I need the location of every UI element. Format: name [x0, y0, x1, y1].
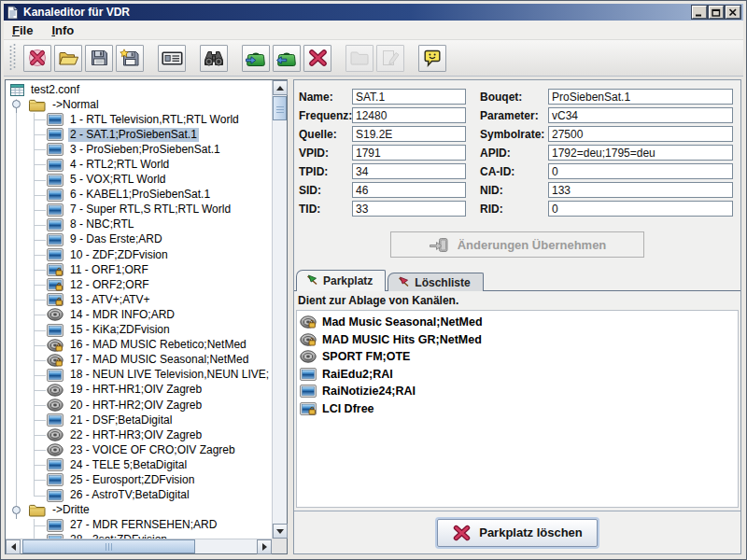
tree-item[interactable]: 14 - MDR INFO;ARD: [6, 307, 272, 322]
parkplatz-item[interactable]: Mad Music Seasonal;NetMed: [300, 314, 738, 331]
tree-item[interactable]: 20 - HRT-HR2;OIV Zagreb: [6, 398, 272, 413]
tree-item[interactable]: 4 - RTL2;RTL World: [6, 157, 272, 172]
scroll-up-button[interactable]: [273, 80, 288, 95]
menu-file[interactable]: File: [12, 23, 33, 37]
tree-item[interactable]: 16 - MAD MUSIC Rebetico;NetMed: [6, 338, 272, 353]
folder-icon: [28, 503, 46, 517]
vertical-scroll-thumb[interactable]: [273, 96, 287, 120]
horizontal-scroll-thumb[interactable]: [22, 539, 195, 553]
scroll-right-button[interactable]: [257, 539, 272, 554]
delete-x-icon: [307, 49, 329, 67]
close-button[interactable]: [726, 6, 740, 19]
tree-item[interactable]: 11 - ORF1;ORF: [6, 262, 272, 277]
tree-item[interactable]: 26 - AstroTV;BetaDigital: [6, 488, 272, 503]
tree-item[interactable]: 3 - ProSieben;ProSiebenSat.1: [6, 142, 272, 157]
scroll-down-button[interactable]: [273, 524, 288, 539]
tree-item[interactable]: 18 - NEUN LIVE Television,NEUN LIVE;: [6, 368, 272, 383]
tid-field[interactable]: [352, 201, 466, 217]
save-as-button[interactable]: [116, 45, 144, 72]
close-file-button[interactable]: [23, 45, 51, 72]
tree-item[interactable]: 17 - MAD MUSIC Seasonal;NetMed: [6, 353, 272, 368]
about-smiley-button[interactable]: [418, 45, 446, 72]
parameter-field[interactable]: [548, 107, 733, 123]
tree-expander-icon[interactable]: [12, 100, 21, 108]
tab[interactable]: Löschliste: [388, 273, 483, 291]
radio-icon: [47, 308, 63, 321]
parkplatz-item[interactable]: RaiNotizie24;RAI: [300, 383, 738, 400]
tree-item[interactable]: ->Dritte: [6, 503, 272, 518]
edit-icon: [381, 49, 401, 67]
tree-item[interactable]: 6 - KABEL1;ProSiebenSat.1: [6, 188, 272, 203]
tree-item[interactable]: 25 - Eurosport;ZDFvision: [6, 472, 272, 487]
edit-button[interactable]: [376, 45, 404, 72]
delete-parkplatz-button[interactable]: Parkplatz löschen: [437, 519, 598, 547]
tree-item[interactable]: 13 - ATV+;ATV+: [6, 292, 272, 307]
scroll-left-button[interactable]: [6, 539, 21, 554]
frequenz-label: Frequenz:: [299, 109, 352, 122]
titlebar: Kanaleditor für VDR: [4, 4, 743, 21]
open-folder-icon: [58, 49, 79, 67]
tree-item-label: 19 - HRT-HR1;OIV Zagreb: [68, 383, 204, 397]
open-folder-button[interactable]: [54, 45, 82, 72]
tree-item[interactable]: 27 - MDR FERNSEHEN;ARD: [6, 518, 272, 533]
caid-field[interactable]: [548, 163, 733, 179]
tree-expander-icon[interactable]: [12, 506, 21, 514]
symbolrate-field[interactable]: [548, 126, 733, 142]
bouqet-field[interactable]: [548, 89, 733, 105]
toolbar: [4, 40, 743, 77]
tree-root[interactable]: test2.conf: [6, 82, 272, 97]
vpid-field[interactable]: [352, 145, 466, 161]
parkplatz-item[interactable]: MAD MUSIC Hits GR;NetMed: [300, 331, 738, 349]
rid-field[interactable]: [548, 201, 733, 217]
tree-item[interactable]: 23 - VOICE OF CRO;OIV Zagreb: [6, 442, 272, 457]
tree-item[interactable]: 8 - NBC;RTL: [6, 217, 272, 232]
parkplatz-item[interactable]: LCI Dfree: [300, 400, 738, 418]
search-binoculars-button[interactable]: [200, 45, 228, 72]
save-button[interactable]: [85, 45, 113, 72]
tree-item[interactable]: 5 - VOX;RTL World: [6, 173, 272, 188]
name-field[interactable]: [352, 89, 466, 105]
nid-field[interactable]: [548, 182, 733, 198]
tree-item-label: 26 - AstroTV;BetaDigital: [68, 488, 191, 502]
delete-x-button[interactable]: [303, 45, 331, 72]
tree-item[interactable]: 2 - SAT.1;ProSiebenSat.1: [6, 127, 272, 142]
bag-in-button[interactable]: [242, 45, 270, 72]
close-icon: [728, 8, 738, 17]
new-folder-button[interactable]: [345, 45, 374, 72]
toolbar-grip[interactable]: [8, 44, 17, 72]
maximize-button[interactable]: [709, 6, 724, 19]
menu-info[interactable]: Info: [51, 23, 74, 37]
apid-field[interactable]: [548, 145, 733, 161]
tree-item[interactable]: 7 - Super RTL,S RTL;RTL World: [6, 203, 272, 217]
tree-item[interactable]: 15 - KiKa;ZDFvision: [6, 323, 272, 338]
apply-changes-button[interactable]: Änderungen Übernehmen: [390, 231, 644, 258]
tree-vertical-scrollbar[interactable]: [272, 80, 287, 539]
tree-item[interactable]: 19 - HRT-HR1;OIV Zagreb: [6, 383, 272, 398]
radio-icon: [300, 350, 317, 363]
radio-lock-icon: [300, 333, 317, 346]
tree-item[interactable]: 1 - RTL Television,RTL;RTL World: [6, 112, 272, 127]
quelle-field[interactable]: [352, 126, 466, 142]
form-row: RID:: [480, 201, 733, 217]
tree-item[interactable]: 12 - ORF2;ORF: [6, 277, 272, 292]
minimize-button[interactable]: [692, 6, 707, 19]
tab[interactable]: Parkplatz: [296, 270, 386, 291]
tree-item[interactable]: 10 - ZDF;ZDFvision: [6, 247, 272, 262]
sid-field[interactable]: [352, 182, 466, 198]
tree-item[interactable]: 22 - HRT-HR3;OIV Zagreb: [6, 427, 272, 442]
tpid-field[interactable]: [352, 163, 466, 179]
tree-item[interactable]: 24 - TELE 5;BetaDigital: [6, 457, 272, 472]
tv-icon: [47, 233, 63, 246]
channel-card-button[interactable]: [158, 45, 186, 72]
parkplatz-button-strip: Parkplatz löschen: [294, 511, 740, 553]
tree-item[interactable]: 21 - DSF;BetaDigital: [6, 413, 272, 427]
tree-horizontal-scrollbar[interactable]: [6, 539, 272, 553]
tree-item[interactable]: ->Normal: [6, 97, 272, 112]
tree-item[interactable]: 9 - Das Erste;ARD: [6, 232, 272, 247]
parkplatz-item[interactable]: RaiEdu2;RAI: [300, 366, 738, 384]
bag-out-button[interactable]: [273, 45, 301, 72]
frequenz-field[interactable]: [352, 107, 466, 123]
tree-item-label: 5 - VOX;RTL World: [68, 173, 167, 187]
parkplatz-item[interactable]: SPORT FM;OTE: [300, 348, 738, 366]
app-icon: [7, 6, 19, 20]
